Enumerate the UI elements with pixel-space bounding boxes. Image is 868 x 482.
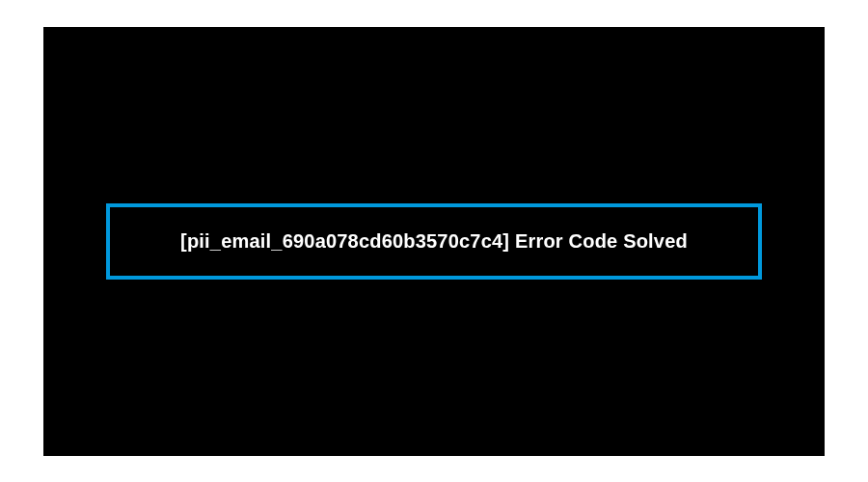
message-box: [pii_email_690a078cd60b3570c7c4] Error C… [106, 203, 762, 280]
error-message-text: [pii_email_690a078cd60b3570c7c4] Error C… [149, 230, 719, 253]
dark-panel: [pii_email_690a078cd60b3570c7c4] Error C… [43, 27, 825, 456]
